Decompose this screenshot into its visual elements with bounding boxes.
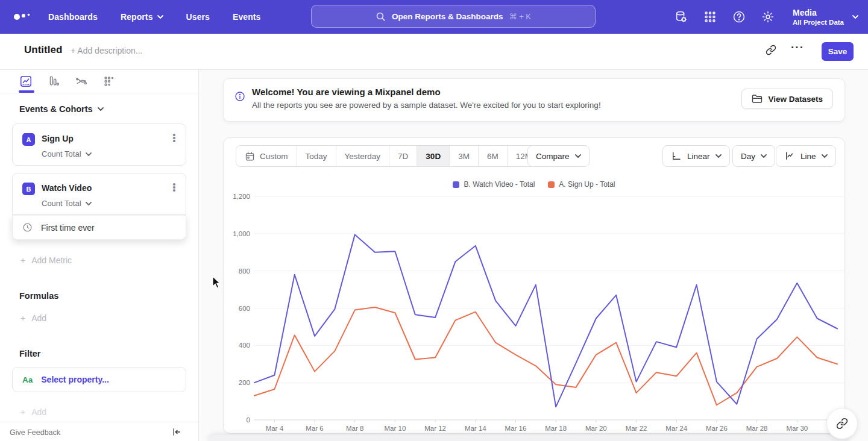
link-icon	[836, 418, 848, 430]
tab-insights[interactable]	[19, 75, 33, 88]
nav-item-reports[interactable]: Reports	[121, 12, 163, 22]
range-3m[interactable]: 3M	[450, 146, 479, 166]
add-metric-button[interactable]: + Add Metric	[20, 255, 72, 265]
mixpanel-logo-icon[interactable]	[13, 13, 37, 21]
banner-title: Welcome! You are viewing a Mixpanel demo	[252, 87, 441, 97]
svg-text:400: 400	[239, 342, 250, 349]
svg-text:Mar 26: Mar 26	[706, 425, 728, 432]
report-header: Untitled + Add description... ··· Save	[0, 34, 868, 70]
nav-item-users[interactable]: Users	[186, 12, 210, 22]
svg-text:1,000: 1,000	[233, 230, 250, 237]
sidebar-footer: Give Feedback	[0, 422, 198, 441]
compare-button[interactable]: Compare	[527, 145, 590, 167]
plus-icon: +	[20, 255, 25, 265]
metric-aggregation-dropdown[interactable]: Count Total	[42, 199, 92, 208]
interval-dropdown[interactable]: Day	[732, 145, 775, 167]
svg-text:Mar 24: Mar 24	[665, 425, 687, 432]
svg-text:Mar 18: Mar 18	[545, 425, 567, 432]
svg-text:Mar 8: Mar 8	[346, 425, 363, 432]
copy-link-icon[interactable]	[766, 45, 776, 55]
metric-menu-icon[interactable]: •••	[170, 182, 178, 191]
date-range-segmented-control: CustomTodayYesterday7D30D3M6M12M	[236, 145, 541, 167]
clock-icon	[22, 222, 33, 233]
menu-item-first-time-ever[interactable]: First time ever	[12, 215, 186, 240]
save-button[interactable]: Save	[822, 42, 854, 61]
search-icon	[376, 11, 386, 22]
floating-share-link-button[interactable]	[826, 408, 858, 439]
range-today[interactable]: Today	[297, 146, 336, 166]
metric-menu-icon[interactable]: •••	[170, 133, 178, 142]
report-description-placeholder[interactable]: + Add description...	[71, 46, 142, 55]
nav-item-dashboards[interactable]: Dashboards	[48, 12, 98, 22]
chevron-down-icon	[575, 153, 581, 159]
line-chart-icon	[784, 151, 795, 161]
add-formula-button[interactable]: + Add	[20, 313, 46, 323]
range-6m[interactable]: 6M	[479, 146, 508, 166]
chart-card: CustomTodayYesterday7D30D3M6M12M Compare…	[223, 137, 845, 434]
chevron-down-icon	[98, 106, 104, 112]
metric-card-b[interactable]: B Watch Video ••• Count Total	[12, 173, 186, 215]
range-yesterday[interactable]: Yesterday	[336, 146, 390, 166]
svg-text:200: 200	[239, 379, 250, 386]
query-builder-sidebar: Events & Cohorts A Sign Up ••• Count Tot…	[0, 70, 199, 441]
range-30d[interactable]: 30D	[417, 146, 450, 166]
svg-text:800: 800	[239, 267, 250, 275]
filter-select-property[interactable]: Aa Select property...	[12, 367, 186, 392]
chart-type-dropdown[interactable]: Line	[776, 145, 836, 167]
svg-text:Mar 30: Mar 30	[786, 425, 808, 432]
chevron-down-icon	[761, 153, 767, 159]
search-shortcut: ⌘ + K	[509, 12, 532, 21]
search-input[interactable]: Open Reports & Dashboards ⌘ + K	[311, 5, 596, 28]
svg-text:1,200: 1,200	[233, 193, 250, 200]
search-placeholder: Open Reports & Dashboards	[392, 12, 503, 21]
scale-dropdown[interactable]: Linear	[662, 145, 730, 167]
selected-tab-indicator	[19, 90, 34, 93]
collapse-sidebar-icon[interactable]	[172, 427, 181, 437]
folder-icon	[752, 93, 763, 104]
metric-event-name[interactable]: Watch Video	[42, 183, 92, 193]
banner-subtitle: All the reports you see are powered by a…	[252, 101, 601, 110]
svg-text:Mar 22: Mar 22	[626, 425, 647, 432]
svg-text:0: 0	[247, 416, 250, 424]
project-name: Media	[793, 8, 844, 18]
property-type-icon: Aa	[22, 375, 33, 384]
tab-funnels[interactable]	[47, 75, 60, 88]
add-filter-button[interactable]: + Add	[20, 407, 46, 417]
filter-heading: Filter	[19, 349, 40, 358]
top-navbar: DashboardsReportsUsersEvents Open Report…	[0, 0, 868, 34]
filter-placeholder: Select property...	[41, 375, 109, 384]
metric-badge: A	[22, 133, 35, 146]
data-management-icon[interactable]	[675, 10, 688, 23]
settings-icon[interactable]	[761, 10, 775, 23]
report-title[interactable]: Untitled	[24, 44, 62, 56]
tab-flows[interactable]	[75, 75, 88, 88]
metric-card-a[interactable]: A Sign Up ••• Count Total	[12, 124, 186, 166]
svg-text:Mar 10: Mar 10	[385, 425, 406, 432]
calendar-icon	[245, 151, 255, 161]
project-switcher[interactable]: Media All Project Data	[793, 8, 858, 27]
line-chart-plot[interactable]: 02004006008001,0001,200Mar 4Mar 6Mar 8Ma…	[224, 174, 845, 434]
range-custom[interactable]: Custom	[236, 146, 297, 166]
chart-toolbar: CustomTodayYesterday7D30D3M6M12M Compare…	[224, 138, 844, 174]
help-icon[interactable]	[732, 10, 746, 23]
nav-item-events[interactable]: Events	[233, 12, 261, 22]
plus-icon: +	[20, 407, 25, 417]
range-7d[interactable]: 7D	[389, 146, 417, 166]
view-datasets-button[interactable]: View Datasets	[741, 89, 833, 109]
svg-text:Mar 28: Mar 28	[746, 425, 768, 432]
events-cohorts-header[interactable]: Events & Cohorts	[19, 104, 104, 114]
metric-aggregation-dropdown[interactable]: Count Total	[42, 149, 92, 158]
give-feedback-link[interactable]: Give Feedback	[10, 428, 60, 437]
project-subtitle: All Project Data	[793, 18, 844, 27]
svg-text:Mar 4: Mar 4	[266, 425, 284, 432]
main-content: Welcome! You are viewing a Mixpanel demo…	[199, 70, 868, 441]
svg-text:Mar 14: Mar 14	[465, 425, 486, 432]
chevron-down-icon	[157, 14, 163, 20]
apps-grid-icon[interactable]	[703, 10, 717, 23]
metric-event-name[interactable]: Sign Up	[42, 134, 74, 143]
svg-text:Mar 16: Mar 16	[505, 425, 527, 432]
more-options-icon[interactable]: ···	[791, 41, 804, 54]
nav-menu: DashboardsReportsUsersEvents	[48, 12, 260, 22]
tab-retention[interactable]	[102, 75, 116, 88]
next-card-edge	[208, 435, 848, 441]
